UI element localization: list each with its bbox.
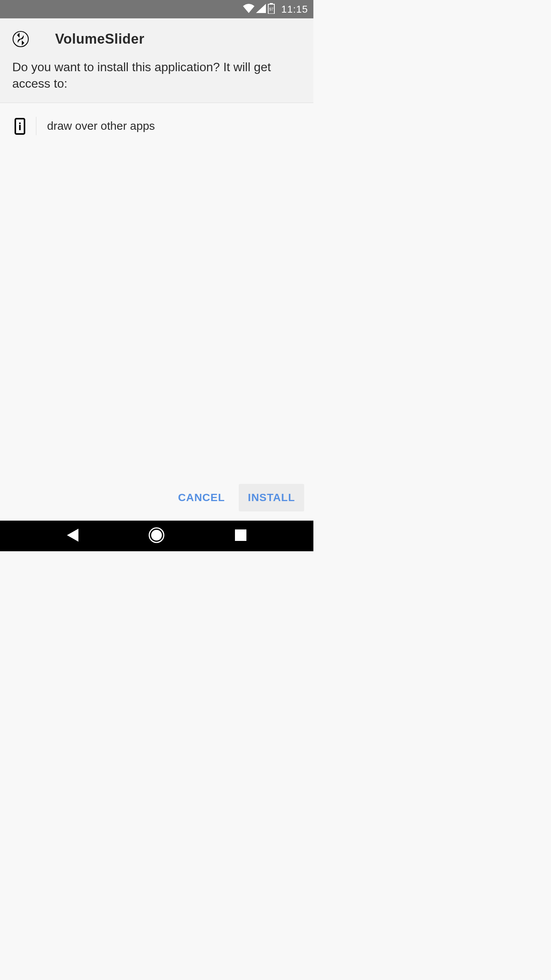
app-title-row: VolumeSlider	[12, 31, 301, 47]
square-icon	[235, 529, 246, 542]
app-name: VolumeSlider	[55, 31, 144, 47]
cancel-button[interactable]: CANCEL	[169, 484, 234, 511]
svg-text:97: 97	[269, 7, 274, 11]
wifi-icon	[243, 4, 254, 15]
status-icons: 97	[243, 3, 275, 15]
permission-item: draw over other apps	[0, 111, 313, 140]
install-button[interactable]: INSTALL	[239, 484, 304, 511]
device-info-icon	[14, 118, 26, 134]
nav-home-button[interactable]	[148, 528, 165, 544]
svg-point-8	[151, 530, 162, 541]
status-bar: 97 11:15	[0, 0, 313, 18]
permission-divider	[36, 117, 36, 135]
home-icon	[148, 527, 165, 545]
navigation-bar	[0, 521, 313, 551]
action-button-bar: CANCEL INSTALL	[0, 477, 313, 521]
nav-back-button[interactable]	[64, 528, 81, 544]
install-prompt-text: Do you want to install this application?…	[12, 59, 301, 92]
svg-rect-6	[19, 125, 21, 130]
nav-recent-button[interactable]	[232, 528, 249, 544]
cellular-icon	[256, 4, 266, 15]
svg-rect-5	[19, 122, 21, 124]
clock-time: 11:15	[281, 3, 308, 15]
install-header: VolumeSlider Do you want to install this…	[0, 18, 313, 103]
app-icon	[12, 31, 29, 47]
permission-label: draw over other apps	[47, 119, 155, 132]
battery-icon: 97	[267, 3, 275, 15]
svg-rect-9	[235, 529, 246, 541]
permissions-list: draw over other apps	[0, 103, 313, 477]
back-icon	[67, 529, 78, 543]
